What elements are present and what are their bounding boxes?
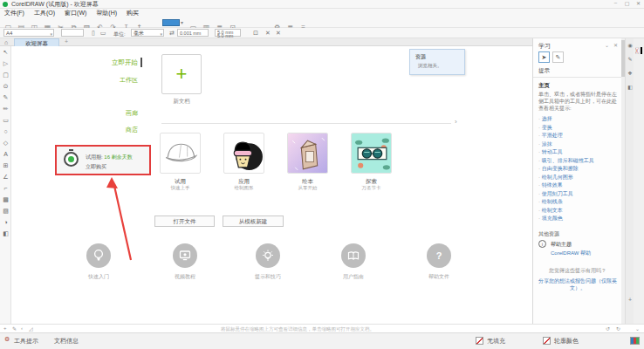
property-bar: A4 ▾ ▯ ▭ 单位: 毫米 ▾ ⇄ 0.001 mm 5.0 mm 5.0 … — [0, 28, 644, 38]
scroll-down-icon[interactable]: ⌄ — [635, 325, 640, 332]
home-icon[interactable]: ⌂ — [4, 39, 8, 45]
hints-topic-link[interactable]: 特殊效果 — [538, 181, 619, 190]
document-palette-icon[interactable] — [630, 337, 640, 345]
gear-icon[interactable]: ⚙ — [4, 336, 10, 343]
chevron-down-icon[interactable]: ▾ — [181, 19, 183, 25]
new-from-template-button[interactable]: 从模板新建 — [223, 216, 284, 227]
title-bar[interactable]: CorelDRAW (试用版) - 欢迎屏幕 – ▢ ✕ — [0, 0, 644, 9]
hints-topic-link[interactable]: 绘制线条 — [538, 198, 619, 207]
hints-topic-link[interactable]: 平滑处理 — [538, 132, 619, 140]
table-tool[interactable]: ⊞ — [0, 160, 11, 171]
pick-tool[interactable]: ↖ — [0, 46, 11, 58]
nav-workspace[interactable]: 工作区 — [46, 76, 138, 85]
shortcut-tips-tricks[interactable]: 提示和技巧 — [242, 243, 294, 281]
coreldraw-help-link[interactable]: CorelDRAW 帮助 — [551, 250, 591, 257]
open-file-button[interactable]: 打开文件 — [154, 216, 215, 227]
feedback-link[interactable]: 分享您的想法或报告问题（仅限英文）。 — [538, 277, 617, 291]
landscape-button[interactable]: ▭ — [99, 29, 107, 38]
menu-item[interactable]: 工具(O) — [34, 9, 55, 17]
buy-now-link[interactable]: 立即购买 — [86, 163, 106, 171]
hint-pointer-button[interactable]: ➤ — [538, 51, 550, 63]
clear-rotation-button[interactable]: ✕ — [274, 29, 283, 38]
hints-home-heading: 主页 — [538, 82, 550, 90]
page-width-input[interactable] — [61, 29, 84, 37]
interactive-fill-tool[interactable]: ◧ — [0, 228, 11, 239]
nav-gallery[interactable]: 画廊 — [46, 109, 138, 118]
new-document-card[interactable]: + — [161, 54, 202, 94]
text-tool[interactable]: A — [0, 148, 11, 160]
nav-store[interactable]: 商店 — [46, 126, 138, 134]
new-tab-button[interactable]: + — [65, 38, 68, 44]
maximize-button[interactable]: ▢ — [623, 0, 631, 6]
pen-icon[interactable]: ✎ — [12, 325, 17, 332]
add-page-icon[interactable]: + — [3, 325, 7, 331]
freehand-tool[interactable]: ✎ — [0, 92, 11, 103]
rectangle-tool[interactable]: ▭ — [0, 114, 11, 126]
trial-status-box[interactable]: 试用期: 16 剩余天数 立即购买 — [55, 145, 151, 175]
shortcut-help-files[interactable]: ? 帮助文件 — [413, 243, 465, 281]
color-swatch[interactable] — [641, 47, 642, 54]
units-select[interactable]: 毫米 ▾ — [131, 29, 164, 37]
close-icon[interactable]: ✕ — [613, 42, 618, 48]
zoom-level-combo[interactable] — [162, 19, 180, 26]
redo-nav-icon[interactable]: ↻ — [616, 325, 620, 332]
shortcut-user-guide[interactable]: 用户指南 — [327, 243, 380, 281]
hints-topic-link[interactable]: 选择 — [538, 115, 619, 124]
color-palette: ╳ — [634, 38, 644, 324]
shape-tool[interactable]: ▷ — [0, 58, 11, 69]
hints-topic-link[interactable]: 自由变换和擦除 — [538, 165, 619, 174]
chevron-down-icon: ▾ — [160, 31, 162, 38]
polygon-tool[interactable]: ◇ — [0, 137, 11, 148]
trial-days-remaining: 16 剩余天数 — [104, 154, 132, 160]
shortcut-quick-start[interactable]: 快速入门 — [72, 243, 125, 281]
nav-get-started[interactable]: 立即开始 — [46, 58, 138, 67]
chevron-right-icon[interactable]: › — [455, 118, 457, 126]
close-button[interactable]: ✕ — [634, 0, 642, 6]
clear-transform-button[interactable]: ✕ — [264, 29, 272, 38]
hints-topic-link[interactable]: 绘制几何图形 — [538, 174, 619, 182]
shadow-tool[interactable]: ▩ — [0, 194, 11, 205]
menu-item[interactable]: 文件(F) — [4, 9, 24, 17]
template-card-carton[interactable] — [287, 133, 328, 174]
section-divider — [161, 123, 451, 124]
template-card-cap[interactable] — [160, 133, 201, 174]
connector-tool[interactable]: ⌐ — [0, 182, 11, 194]
shortcut-label: 视频教程 — [159, 273, 211, 281]
shortcut-video-tutorials[interactable]: 视频教程 — [159, 243, 211, 281]
fill-color-icon[interactable] — [476, 337, 483, 345]
hints-topic-link[interactable]: 绘制文本 — [538, 207, 619, 216]
menu-item[interactable]: 窗口(W) — [65, 9, 86, 17]
tab-welcome-screen[interactable]: 欢迎屏幕 — [14, 38, 59, 46]
prev-page-icon[interactable]: ‹ — [21, 325, 23, 331]
menu-item[interactable]: 帮助(H) — [96, 9, 117, 17]
hints-topic-link[interactable]: 转动工具 — [538, 148, 619, 157]
dimension-tool[interactable]: ∠ — [0, 171, 11, 182]
portrait-button[interactable]: ▯ — [89, 29, 98, 38]
chevron-down-icon[interactable]: ⌄ — [605, 42, 609, 48]
menu-item[interactable]: 购买 — [127, 9, 139, 17]
duplicate-distance-input[interactable]: 5.0 mm 5.0 mm — [215, 29, 241, 37]
treat-as-filled-button[interactable]: ⊡ — [251, 29, 260, 38]
color-swatch[interactable]: ╳ — [635, 47, 640, 54]
trial-days-text: 试用期: 16 剩余天数 — [86, 154, 133, 161]
outline-color-icon[interactable] — [543, 337, 551, 345]
hints-topic-link[interactable]: 填充颜色 — [538, 215, 619, 223]
zoom-tool[interactable]: ⊙ — [0, 80, 11, 92]
page-size-select[interactable]: A4 ▾ — [3, 29, 54, 37]
coreldraw-window: CorelDRAW (试用版) - 欢迎屏幕 – ▢ ✕ 文件(F)工具(O)窗… — [0, 0, 644, 349]
hints-topic-link[interactable]: 吸引、排斥和磁性工具 — [538, 157, 619, 166]
undo-nav-icon[interactable]: ↺ — [606, 325, 610, 332]
minimize-button[interactable]: – — [612, 0, 620, 6]
ellipse-tool[interactable]: ○ — [0, 126, 11, 137]
template-card-glasses[interactable] — [351, 133, 392, 174]
transparency-tool[interactable]: ▨ — [0, 205, 11, 216]
nudge-input[interactable]: 0.001 mm — [177, 29, 209, 37]
hints-topic-link[interactable]: 涂抹 — [538, 140, 619, 149]
artistic-media-tool[interactable]: ✏ — [0, 103, 11, 114]
crop-tool[interactable]: ▢ — [0, 69, 11, 80]
template-card-cupcake[interactable] — [223, 133, 264, 174]
hints-topic-link[interactable]: 使用刻刀工具 — [538, 190, 619, 199]
eyedropper-tool[interactable]: ◑ — [0, 216, 11, 228]
hint-pen-button[interactable]: ✎ — [552, 51, 564, 63]
hints-topic-link[interactable]: 变换 — [538, 124, 619, 133]
